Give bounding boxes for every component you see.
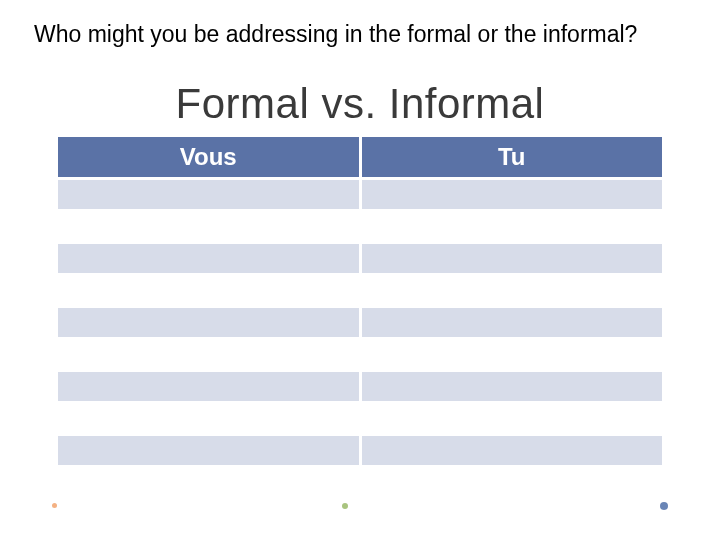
- table-row: [58, 276, 662, 305]
- cell: [362, 340, 663, 369]
- table-row: [58, 244, 662, 273]
- slide-title: Formal vs. Informal: [0, 80, 720, 128]
- cell: [58, 276, 359, 305]
- cell: [58, 308, 359, 337]
- table-header-row: Vous Tu: [58, 137, 662, 177]
- dot-icon: [660, 502, 668, 510]
- table-row: [58, 340, 662, 369]
- slide: Who might you be addressing in the forma…: [0, 0, 720, 540]
- table-row: [58, 404, 662, 433]
- col-header-formal: Vous: [58, 137, 359, 177]
- cell: [362, 180, 663, 209]
- col-header-informal: Tu: [362, 137, 663, 177]
- cell: [362, 244, 663, 273]
- cell: [362, 276, 663, 305]
- table-row: [58, 212, 662, 241]
- prompt-text: Who might you be addressing in the forma…: [34, 20, 670, 50]
- cell: [362, 372, 663, 401]
- cell: [58, 340, 359, 369]
- cell: [58, 212, 359, 241]
- table-row: [58, 436, 662, 465]
- cell: [58, 404, 359, 433]
- dot-icon: [52, 503, 57, 508]
- cell: [58, 372, 359, 401]
- cell: [58, 180, 359, 209]
- comparison-table: Vous Tu: [55, 134, 665, 468]
- table-row: [58, 180, 662, 209]
- dot-icon: [342, 503, 348, 509]
- decorative-dots: [52, 500, 668, 512]
- table-row: [58, 308, 662, 337]
- cell: [58, 436, 359, 465]
- cell: [362, 212, 663, 241]
- table-row: [58, 372, 662, 401]
- cell: [58, 244, 359, 273]
- cell: [362, 308, 663, 337]
- cell: [362, 436, 663, 465]
- table: Vous Tu: [55, 134, 665, 468]
- cell: [362, 404, 663, 433]
